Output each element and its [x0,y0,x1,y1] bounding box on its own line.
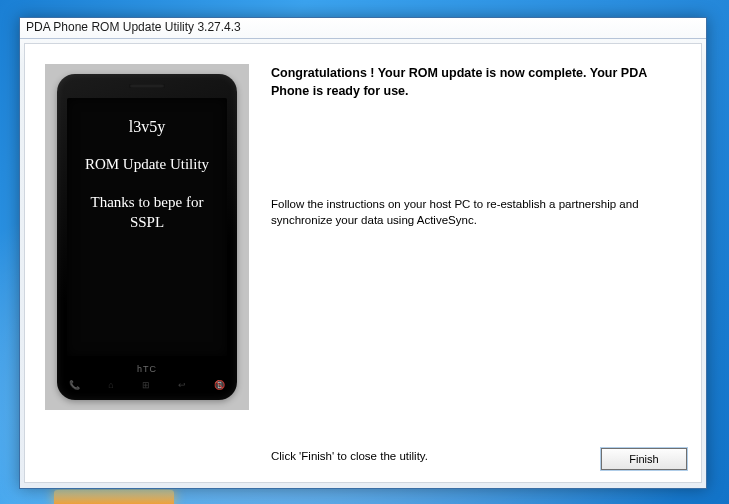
finish-button[interactable]: Finish [601,448,687,470]
phone-btn-back-icon: ↩ [178,380,186,390]
button-row: Finish [601,448,687,470]
phone-line2: ROM Update Utility [67,154,227,174]
desktop-background: PDA Phone ROM Update Utility 3.27.4.3 l3… [0,0,729,504]
app-window: PDA Phone ROM Update Utility 3.27.4.3 l3… [19,17,707,489]
phone-line3: Thanks to bepe for SSPL [67,192,227,233]
phone-btn-end-icon: 📵 [214,380,225,390]
taskbar-glow [54,490,174,504]
hint-text: Click 'Finish' to close the utility. [271,450,428,462]
phone-illustration: l3v5y ROM Update Utility Thanks to bepe … [57,74,237,400]
client-area: l3v5y ROM Update Utility Thanks to bepe … [24,43,702,483]
phone-buttons-row: 📞 ⌂ ⊞ ↩ 📵 [69,380,225,390]
window-title: PDA Phone ROM Update Utility 3.27.4.3 [20,18,706,39]
main-content: Congratulations ! Your ROM update is now… [271,64,681,462]
phone-btn-home-icon: ⌂ [108,380,113,390]
phone-btn-win-icon: ⊞ [142,380,150,390]
phone-btn-call-icon: 📞 [69,380,80,390]
phone-screen: l3v5y ROM Update Utility Thanks to bepe … [67,98,227,356]
sidebar-image-panel: l3v5y ROM Update Utility Thanks to bepe … [45,64,249,410]
phone-line1: l3v5y [67,116,227,138]
phone-brand-label: hTC [57,364,237,374]
phone-line3a: Thanks to bepe for [91,194,204,210]
headline-text: Congratulations ! Your ROM update is now… [271,64,681,100]
body-text: Follow the instructions on your host PC … [271,196,681,228]
phone-line3b: SSPL [130,214,164,230]
